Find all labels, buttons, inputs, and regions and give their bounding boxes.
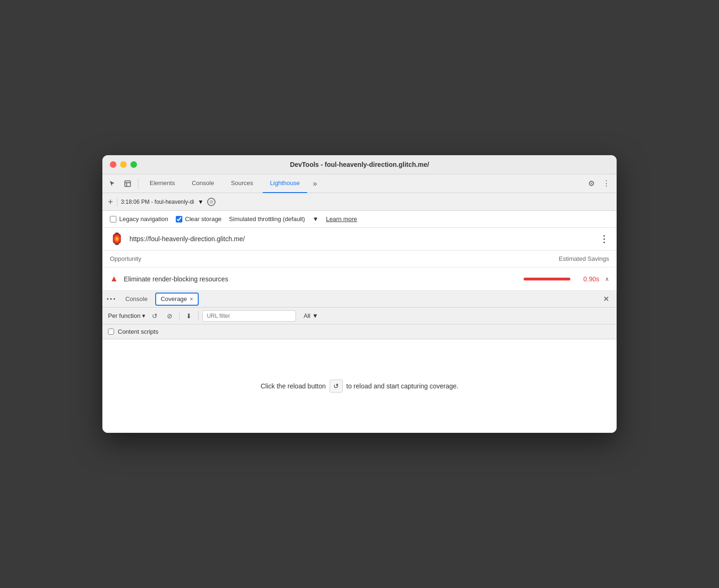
tab-lighthouse[interactable]: Lighthouse (263, 174, 308, 193)
content-scripts-label: Content scripts (118, 328, 158, 335)
clear-storage-checkbox[interactable] (176, 216, 182, 222)
coverage-tab-label: Coverage (161, 295, 187, 302)
title-bar: DevTools - foul-heavenly-direction.glitc… (102, 155, 617, 174)
legacy-navigation-checkbox[interactable] (110, 216, 116, 222)
legacy-navigation-label: Legacy navigation (119, 215, 168, 222)
clear-storage-option[interactable]: Clear storage (176, 215, 222, 222)
minimize-button[interactable] (120, 161, 127, 168)
content-scripts-bar: Content scripts (102, 324, 617, 339)
svg-rect-0 (125, 181, 130, 186)
per-function-label: Per function (108, 312, 140, 319)
all-filter-dropdown[interactable]: All ▼ (300, 310, 322, 321)
lighthouse-menu-icon[interactable]: ⋮ (599, 233, 609, 244)
options-bar: Legacy navigation Clear storage Simulate… (102, 211, 617, 228)
all-filter-label: All (303, 312, 310, 319)
reload-message-before: Click the reload button (260, 382, 325, 390)
all-filter-dropdown-icon: ▼ (312, 312, 318, 319)
coverage-panel-tab[interactable]: Coverage × (155, 293, 199, 306)
session-dropdown-icon[interactable]: ▼ (198, 199, 203, 205)
pointer-icon[interactable] (106, 177, 119, 190)
window-controls (110, 161, 137, 168)
window-title: DevTools - foul-heavenly-direction.glitc… (290, 161, 429, 168)
lighthouse-url-bar: 🏮 https://foul-heavenly-direction.glitch… (102, 228, 617, 251)
session-time: 3:18:06 PM - foul-heavenly-di (121, 199, 194, 205)
coverage-divider-1 (179, 311, 180, 321)
url-filter-input[interactable] (202, 310, 296, 322)
per-function-dropdown[interactable]: Per function ▾ (108, 312, 145, 319)
toolbar-divider-1 (138, 178, 138, 189)
coverage-main-area: Click the reload button ↺ to reload and … (102, 339, 617, 433)
console-panel-tab[interactable]: Console (120, 291, 153, 308)
more-options-icon[interactable]: ⋮ (600, 177, 613, 190)
coverage-tab-close-icon[interactable]: × (190, 296, 193, 302)
opportunity-row[interactable]: ▲ Eliminate render-blocking resources 0.… (102, 267, 617, 291)
coverage-tab-bar: ⋮ Console Coverage × ✕ (102, 291, 617, 308)
clear-coverage-icon[interactable]: ⊘ (164, 310, 175, 322)
throttling-dropdown[interactable]: ▼ (312, 215, 318, 222)
url-bar: + 3:18:06 PM - foul-heavenly-di ▼ ⊘ (102, 193, 617, 211)
per-function-dropdown-icon: ▾ (142, 312, 145, 319)
learn-more-link[interactable]: Learn more (326, 215, 357, 222)
coverage-divider-2 (198, 311, 199, 321)
warning-icon: ▲ (110, 274, 118, 284)
inline-reload-button[interactable]: ↺ (330, 380, 343, 393)
more-tabs-icon[interactable]: » (309, 178, 321, 190)
devtools-window: DevTools - foul-heavenly-direction.glitc… (102, 155, 617, 433)
download-coverage-icon[interactable]: ⬇ (183, 310, 194, 322)
reload-message: Click the reload button ↺ to reload and … (260, 380, 458, 393)
maximize-button[interactable] (130, 161, 137, 168)
add-icon[interactable]: + (108, 198, 113, 206)
legacy-navigation-option[interactable]: Legacy navigation (110, 215, 168, 222)
panel-menu-icon[interactable]: ⋮ (106, 294, 117, 304)
inspect-icon[interactable] (121, 177, 134, 190)
opportunity-title: Eliminate render-blocking resources (124, 275, 518, 283)
tab-sources[interactable]: Sources (223, 174, 261, 193)
content-scripts-checkbox[interactable] (108, 329, 114, 335)
block-icon[interactable]: ⊘ (207, 198, 216, 206)
savings-bar (524, 278, 570, 280)
reload-coverage-icon[interactable]: ↺ (149, 310, 160, 322)
lighthouse-logo-icon: 🏮 (110, 232, 124, 245)
panel-close-icon[interactable]: ✕ (599, 293, 613, 305)
tab-elements[interactable]: Elements (142, 174, 182, 193)
devtools-toolbar: Elements Console Sources Lighthouse » ⚙ … (102, 174, 617, 193)
estimated-savings-label: Estimated Savings (559, 255, 609, 262)
savings-time: 0.90s (576, 275, 599, 283)
coverage-toolbar: Per function ▾ ↺ ⊘ ⬇ All ▼ (102, 308, 617, 324)
expand-chevron-icon[interactable]: ∧ (605, 276, 609, 282)
settings-icon[interactable]: ⚙ (585, 177, 598, 190)
opportunity-label: Opportunity (110, 255, 141, 262)
tab-console[interactable]: Console (184, 174, 222, 193)
lighthouse-url-text: https://foul-heavenly-direction.glitch.m… (129, 235, 594, 243)
clear-storage-label: Clear storage (185, 215, 222, 222)
close-button[interactable] (110, 161, 116, 168)
url-divider (117, 197, 117, 207)
reload-message-after: to reload and start capturing coverage. (346, 382, 459, 390)
throttling-label: Simulated throttling (default) (229, 215, 305, 222)
opportunity-header: Opportunity Estimated Savings (102, 251, 617, 267)
